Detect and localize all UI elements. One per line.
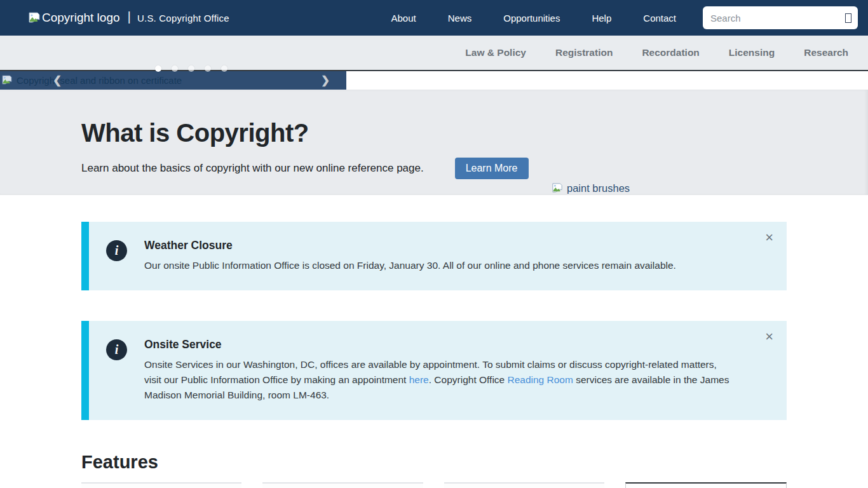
carousel-slide: Copyright seal and ribbon on certificate [0, 71, 346, 90]
broken-image-icon [28, 12, 41, 24]
appointment-here-link[interactable]: here [409, 374, 429, 385]
page: Copyright logo | U.S. Copyright Office A… [0, 0, 868, 488]
carousel: Copyright seal and ribbon on certificate… [0, 70, 868, 90]
close-icon[interactable]: × [765, 330, 773, 344]
carousel-dot[interactable] [155, 65, 161, 72]
close-icon[interactable]: × [765, 231, 773, 245]
nav-help[interactable]: Help [592, 13, 611, 24]
alert-title: Onsite Service [144, 338, 749, 351]
broken-image-icon [552, 183, 564, 194]
info-icon: i [106, 339, 127, 360]
nav-about[interactable]: About [391, 13, 416, 24]
feature-card[interactable] [81, 482, 241, 488]
learn-more-button[interactable]: Learn More [455, 158, 529, 179]
info-icon: i [106, 240, 127, 261]
alert-body: Onsite Services in our Washington, DC, o… [144, 357, 735, 403]
carousel-dot[interactable] [205, 65, 211, 72]
nav-contact[interactable]: Contact [643, 13, 676, 24]
search-input[interactable] [710, 13, 845, 24]
top-nav: About News Opportunities Help Contact [391, 13, 677, 24]
alert-onsite-service: i Onsite Service Onsite Services in our … [81, 321, 787, 420]
carousel-next-icon[interactable]: ❯ [321, 72, 330, 89]
carousel-dot[interactable] [172, 65, 178, 72]
page-title: What is Copyright? [81, 119, 868, 147]
features-section: Features [81, 452, 787, 488]
brand-separator: | [128, 9, 131, 24]
top-header: Copyright logo | U.S. Copyright Office A… [0, 0, 868, 36]
broken-image-icon [1, 75, 14, 86]
site-brand[interactable]: Copyright logo | U.S. Copyright Office [28, 10, 229, 25]
feature-cards-row [81, 482, 787, 488]
feature-card[interactable] [625, 482, 787, 488]
hero-image-alt: paint brushes [552, 182, 630, 194]
carousel-dot[interactable] [188, 65, 194, 72]
logo-alt-text: Copyright logo [42, 11, 120, 25]
alerts-region: i Weather Closure Our onsite Public Info… [81, 222, 787, 420]
subnav-law-policy[interactable]: Law & Policy [465, 47, 526, 58]
feature-card[interactable] [444, 482, 604, 488]
search-box[interactable] [703, 6, 858, 29]
hero-subtitle: Learn about the basics of copyright with… [81, 162, 424, 175]
carousel-prev-icon[interactable]: ❮ [53, 72, 62, 89]
subnav-recordation[interactable]: Recordation [642, 47, 699, 58]
nav-opportunities[interactable]: Opportunities [503, 13, 560, 24]
alert-title: Weather Closure [144, 239, 749, 252]
subnav-registration[interactable]: Registration [555, 47, 613, 58]
alert-weather-closure: i Weather Closure Our onsite Public Info… [81, 222, 787, 290]
subnav-licensing[interactable]: Licensing [729, 47, 775, 58]
carousel-dots [155, 65, 227, 72]
carousel-dot[interactable] [221, 65, 227, 72]
carousel-image-alt: Copyright seal and ribbon on certificate [0, 75, 182, 86]
alert-body: Our onsite Public Information Office is … [144, 258, 735, 273]
search-icon[interactable] [845, 13, 851, 23]
subnav-research[interactable]: Research [804, 47, 848, 58]
site-name: U.S. Copyright Office [137, 13, 229, 24]
nav-news[interactable]: News [448, 13, 472, 24]
feature-card[interactable] [262, 482, 423, 488]
secondary-nav: Law & Policy Registration Recordation Li… [0, 36, 868, 70]
features-title: Features [81, 452, 787, 473]
reading-room-link[interactable]: Reading Room [508, 374, 573, 385]
hero-section: What is Copyright? Learn about the basic… [0, 90, 868, 195]
